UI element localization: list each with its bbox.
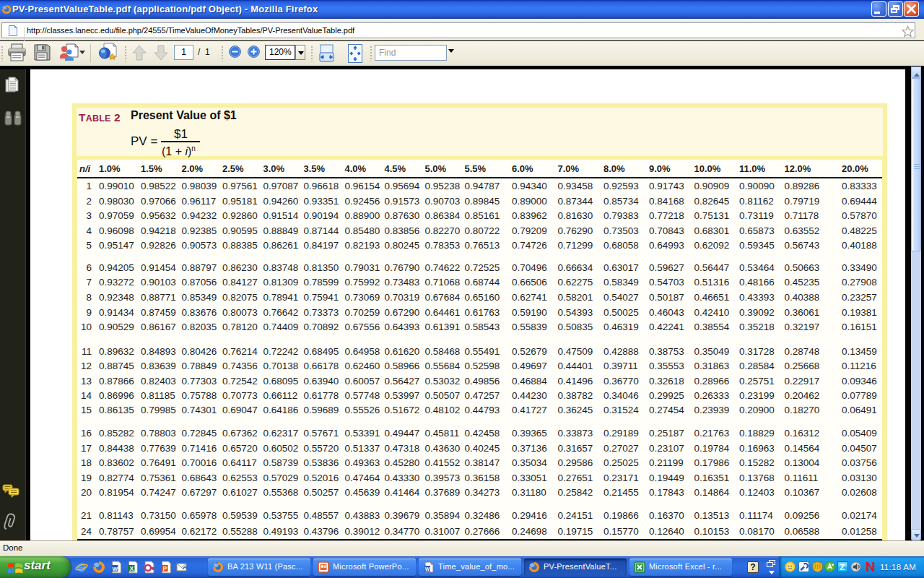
svg-text:P: P [163, 565, 167, 572]
svg-text:Z: Z [840, 563, 845, 571]
svg-text:W: W [113, 566, 118, 572]
svg-text:X: X [130, 565, 134, 572]
svg-text:W: W [425, 566, 430, 571]
